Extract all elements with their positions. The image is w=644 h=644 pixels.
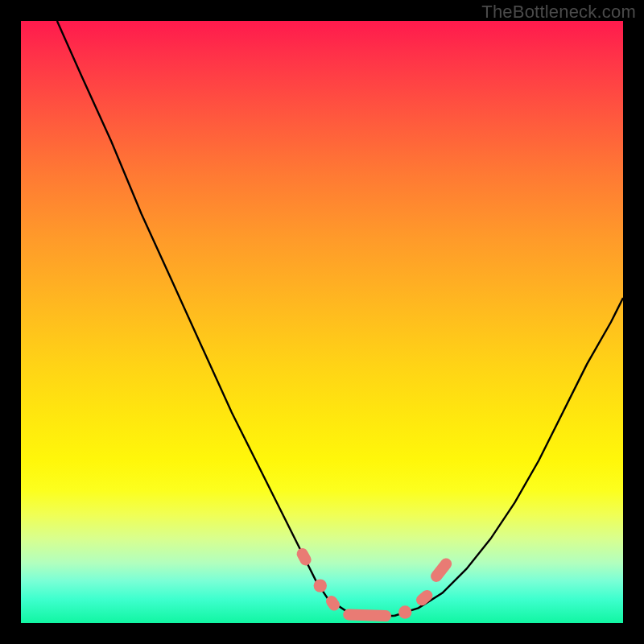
svg-rect-3 — [414, 588, 435, 608]
svg-rect-2 — [343, 609, 391, 621]
svg-rect-0 — [295, 547, 313, 568]
series-left-curve — [57, 21, 394, 616]
marker-dot — [314, 579, 327, 592]
series-right-curve — [394, 298, 623, 616]
plot-area — [21, 21, 623, 623]
marker-dot — [398, 605, 411, 618]
marker-pill — [343, 609, 391, 621]
curve-layer — [21, 21, 623, 623]
svg-rect-4 — [428, 556, 454, 584]
marker-pill — [428, 556, 454, 584]
marker-pill — [295, 547, 313, 568]
bottleneck-curve — [57, 21, 623, 616]
marker-pill — [414, 588, 435, 608]
watermark-text: TheBottleneck.com — [481, 2, 636, 23]
marker-dots — [295, 547, 454, 622]
chart-frame: TheBottleneck.com — [0, 0, 644, 644]
